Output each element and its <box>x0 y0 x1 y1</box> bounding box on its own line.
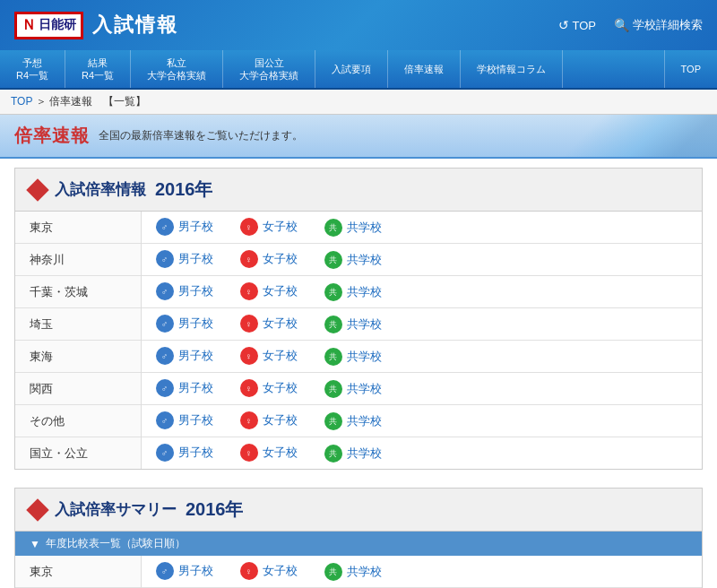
mixed-school-link[interactable]: 共共学校 <box>324 563 382 581</box>
links-cell: ♂男子校♀女子校共共学校 <box>141 373 702 405</box>
section-subtitle: 全国の最新倍率速報をご覧いただけます。 <box>99 128 303 143</box>
region-cell: 埼玉 <box>15 308 141 341</box>
mixed-school-link[interactable]: 共共学校 <box>324 380 382 398</box>
nav-shiritsu[interactable]: 私立 大学合格実績 <box>131 50 223 88</box>
mixed-label: 共学校 <box>347 349 382 365</box>
main-content: 入試倍率情報 2016年 東京♂男子校♀女子校共共学校神奈川♂男子校♀女子校共共… <box>0 159 717 588</box>
summary-card-year: 2016年 <box>186 497 244 522</box>
boy-school-link[interactable]: ♂男子校 <box>156 411 213 429</box>
girl-icon: ♀ <box>240 315 258 333</box>
mixed-school-link[interactable]: 共共学校 <box>324 219 382 237</box>
nav-kekka-line1: 結果 <box>88 56 108 69</box>
table-row: 千葉・茨城♂男子校♀女子校共共学校 <box>15 276 702 308</box>
girl-school-link[interactable]: ♀女子校 <box>240 379 298 397</box>
girl-school-link[interactable]: ♀女子校 <box>240 218 298 236</box>
boy-label: 男子校 <box>178 348 213 364</box>
summary-card-header: 入試倍率サマリー 2016年 <box>15 489 702 532</box>
girl-school-link[interactable]: ♀女子校 <box>240 562 298 580</box>
search-header-link[interactable]: 🔍 学校詳細検索 <box>614 17 703 33</box>
table-row: 神奈川♂男子校♀女子校共共学校 <box>15 244 702 276</box>
summary-card: 入試倍率サマリー 2016年 ▼ 年度比較表一覧（試験日順） 東京♂男子校♀女子… <box>14 488 703 588</box>
boy-icon: ♂ <box>156 562 174 580</box>
header-title: 入試情報 <box>92 12 178 39</box>
logo-n-icon: Ｎ <box>22 16 36 35</box>
nav-yoso-line1: 予想 <box>22 56 42 69</box>
boy-school-link[interactable]: ♂男子校 <box>156 315 213 333</box>
nav-yoso[interactable]: 予想 R4一覧 <box>0 50 65 88</box>
region-cell: 神奈川 <box>15 244 141 276</box>
nav-gakko[interactable]: 学校情報コラム <box>461 50 563 88</box>
mixed-school-link[interactable]: 共共学校 <box>324 316 382 333</box>
girl-icon: ♀ <box>240 444 258 462</box>
girl-school-link[interactable]: ♀女子校 <box>240 411 298 429</box>
nav-kekka-line2: R4一覧 <box>82 69 114 82</box>
nav-shiritsu-line1: 私立 <box>167 56 186 69</box>
mixed-school-link[interactable]: 共共学校 <box>324 283 382 301</box>
boy-icon: ♂ <box>156 315 174 333</box>
mixed-label: 共学校 <box>347 252 382 268</box>
boy-school-link[interactable]: ♂男子校 <box>156 379 213 397</box>
mixed-school-link[interactable]: 共共学校 <box>324 445 382 463</box>
summary-diamond-icon <box>26 498 48 521</box>
boy-school-link[interactable]: ♂男子校 <box>156 444 213 462</box>
links-cell: ♂男子校♀女子校共共学校 <box>141 341 702 373</box>
nav-nyushi[interactable]: 入試要項 <box>315 50 388 88</box>
boy-label: 男子校 <box>178 380 213 396</box>
nav-bairitsu[interactable]: 倍率速報 <box>388 50 461 88</box>
info-card: 入試倍率情報 2016年 東京♂男子校♀女子校共共学校神奈川♂男子校♀女子校共共… <box>14 168 703 470</box>
mixed-label: 共学校 <box>347 284 382 300</box>
girl-label: 女子校 <box>263 445 298 461</box>
mixed-icon: 共 <box>324 251 342 269</box>
girl-school-link[interactable]: ♀女子校 <box>240 347 298 365</box>
navbar: 予想 R4一覧 結果 R4一覧 私立 大学合格実績 国公立 大学合格実績 入試要… <box>0 50 717 90</box>
nav-bairitsu-label: 倍率速報 <box>404 63 444 75</box>
nav-top[interactable]: TOP <box>664 50 717 88</box>
top-link-label: TOP <box>573 19 597 32</box>
links-cell: ♂男子校♀女子校共共学校 <box>141 405 702 437</box>
breadcrumb-current: 倍率速報 【一覧】 <box>49 95 146 108</box>
mixed-school-link[interactable]: 共共学校 <box>324 251 382 269</box>
girl-school-link[interactable]: ♀女子校 <box>240 250 298 268</box>
boy-school-link[interactable]: ♂男子校 <box>156 218 213 236</box>
mixed-school-link[interactable]: 共共学校 <box>324 348 382 366</box>
girl-school-link[interactable]: ♀女子校 <box>240 315 298 333</box>
region-cell: 千葉・茨城 <box>15 276 141 308</box>
nav-nyushi-label: 入試要項 <box>332 63 371 75</box>
table-row: その他♂男子校♀女子校共共学校 <box>15 405 702 437</box>
girl-label: 女子校 <box>263 412 298 428</box>
girl-school-link[interactable]: ♀女子校 <box>240 444 298 462</box>
nav-kekka[interactable]: 結果 R4一覧 <box>65 50 131 88</box>
girl-icon: ♀ <box>240 218 258 236</box>
breadcrumb-top[interactable]: TOP <box>11 95 32 108</box>
boy-icon: ♂ <box>156 282 174 300</box>
nav-gakko-label: 学校情報コラム <box>477 63 546 75</box>
info-card-title: 入試倍率情報 <box>55 179 146 200</box>
boy-school-link[interactable]: ♂男子校 <box>156 347 213 365</box>
mixed-school-link[interactable]: 共共学校 <box>324 412 382 430</box>
boy-school-link[interactable]: ♂男子校 <box>156 250 213 268</box>
girl-label: 女子校 <box>263 251 298 267</box>
logo-box: Ｎ 日能研 <box>14 12 83 39</box>
boy-label: 男子校 <box>178 316 213 332</box>
mixed-label: 共学校 <box>347 220 382 236</box>
region-cell: 国立・公立 <box>15 437 141 470</box>
search-link-label: 学校詳細検索 <box>633 17 703 33</box>
girl-school-link[interactable]: ♀女子校 <box>240 282 298 300</box>
info-card-header: 入試倍率情報 2016年 <box>15 169 702 212</box>
page-header: Ｎ 日能研 入試情報 ↺ TOP 🔍 学校詳細検索 <box>0 0 717 50</box>
table-row: 国立・公立♂男子校♀女子校共共学校 <box>15 437 702 470</box>
mixed-icon: 共 <box>324 412 342 430</box>
top-header-link[interactable]: ↺ TOP <box>558 18 597 32</box>
header-left: Ｎ 日能研 入試情報 <box>14 12 178 39</box>
breadcrumb: TOP ＞ 倍率速報 【一覧】 <box>0 90 717 115</box>
table-row: 関西♂男子校♀女子校共共学校 <box>15 373 702 405</box>
boy-school-link[interactable]: ♂男子校 <box>156 562 213 580</box>
sub-header-text: 年度比較表一覧（試験日順） <box>46 536 186 551</box>
boy-label: 男子校 <box>178 445 213 461</box>
mixed-icon: 共 <box>324 316 342 333</box>
region-cell: 東海 <box>15 341 141 373</box>
girl-label: 女子校 <box>263 380 298 396</box>
links-cell: ♂男子校♀女子校共共学校 <box>141 212 702 244</box>
boy-school-link[interactable]: ♂男子校 <box>156 282 213 300</box>
nav-kokokoritsu[interactable]: 国公立 大学合格実績 <box>223 50 315 88</box>
